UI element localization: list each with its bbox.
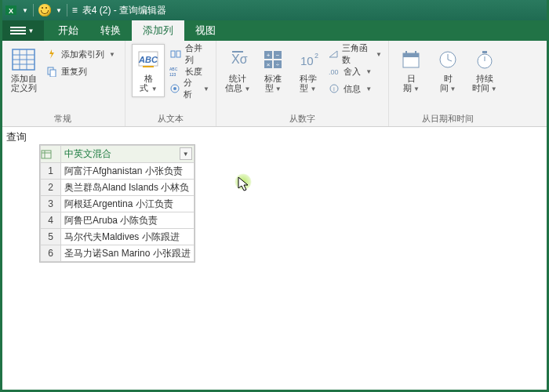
table-row[interactable]: 6圣马力诺San Marino 小张跟进 [41, 245, 195, 262]
calc-icon: +−×÷ [260, 47, 285, 72]
table-corner-icon[interactable] [41, 150, 60, 159]
tab-add-column[interactable]: 添加列 [132, 20, 184, 41]
svg-text:10: 10 [300, 54, 314, 67]
duplicate-icon [45, 65, 58, 78]
tab-view[interactable]: 视图 [184, 20, 227, 41]
feedback-dropdown-icon[interactable]: ▼ [56, 7, 62, 14]
group-label-general: 常规 [6, 112, 118, 125]
cell[interactable]: 阿根廷Argentina 小江负责 [61, 196, 195, 212]
cell[interactable]: 马尔代夫Maldives 小陈跟进 [61, 229, 195, 245]
svg-text:+: + [267, 52, 271, 59]
cell[interactable]: 奥兰群岛Aland Islands 小林负 [61, 180, 195, 196]
add-custom-column-button[interactable]: 添加自定义列 [6, 44, 41, 93]
feedback-icon[interactable] [38, 4, 51, 16]
row-number: 3 [41, 196, 61, 212]
table-row[interactable]: 4阿鲁巴Aruba 小陈负责 [41, 212, 195, 229]
chevron-down-icon: ▼ [150, 85, 158, 93]
row-number: 1 [41, 163, 61, 180]
tab-transform[interactable]: 转换 [89, 20, 132, 41]
duplicate-column-label: 重复列 [61, 66, 87, 78]
cursor-indicator [238, 176, 250, 192]
table-row[interactable]: 2奥兰群岛Aland Islands 小林负 [41, 180, 195, 196]
svg-rect-42 [42, 151, 51, 158]
table-row[interactable]: 3阿根廷Argentina 小江负责 [41, 196, 195, 212]
svg-text:−: − [276, 52, 280, 59]
row-number: 4 [41, 212, 61, 229]
add-index-column-label: 添加索引列 [61, 49, 104, 60]
standard-button[interactable]: +−×÷ 标准型▼ [258, 44, 289, 94]
exponent-icon: 102 [296, 47, 321, 72]
cell[interactable]: 阿富汗Afghanistan 小张负责 [61, 163, 195, 180]
scientific-button[interactable]: 102 科学型▼ [293, 44, 324, 94]
queries-panel-header[interactable]: 查询 [0, 127, 33, 147]
date-button[interactable]: 日期▼ [395, 44, 427, 94]
duplicate-column-button[interactable]: 重复列 [45, 63, 115, 80]
svg-text:÷: ÷ [276, 61, 280, 68]
info-icon: i [328, 82, 340, 95]
format-text-icon: ABC [136, 47, 161, 72]
svg-rect-9 [50, 70, 56, 77]
parse-label: 分析 [184, 77, 198, 100]
svg-text:ABC: ABC [169, 67, 178, 71]
add-custom-column-label2: 定义列 [11, 83, 37, 93]
tab-row: ▼ 开始 转换 添加列 视图 [0, 20, 549, 41]
svg-rect-35 [415, 51, 416, 55]
length-label: 长度 [185, 66, 202, 78]
title-separator: ≡ [72, 5, 78, 16]
add-index-column-button[interactable]: 添加索引列▼ [45, 45, 115, 63]
cell[interactable]: 阿鲁巴Aruba 小陈负责 [61, 212, 195, 229]
svg-rect-12 [171, 51, 175, 57]
svg-text:.00: .00 [329, 68, 339, 76]
format-button[interactable]: ABC 格式 ▼ [132, 44, 165, 97]
rounding-icon: .00 [328, 65, 340, 78]
add-custom-column-label1: 添加自 [11, 74, 37, 83]
chevron-down-icon: ▼ [28, 27, 35, 34]
parse-button[interactable]: 分析▼ [169, 80, 209, 97]
svg-text:Χσ: Χσ [231, 53, 248, 66]
column-header[interactable]: 中英文混合 ▼ [61, 146, 195, 163]
file-menu-button[interactable]: ▼ [0, 20, 44, 41]
svg-rect-40 [482, 51, 487, 53]
excel-icon: X [5, 4, 17, 16]
chevron-down-icon: ▼ [203, 85, 209, 93]
stopwatch-icon [472, 47, 497, 72]
menu-icon [10, 27, 26, 34]
statistics-button[interactable]: Χσ 统计信息▼ [223, 44, 253, 94]
table-icon [11, 47, 36, 72]
duration-button[interactable]: 持续时间▼ [468, 44, 500, 94]
svg-text:×: × [267, 61, 271, 68]
title-bar: X ▼ ▼ ≡ 表4 (2) - 查询编辑器 [0, 0, 549, 20]
merge-icon [169, 48, 181, 60]
svg-text:123: 123 [169, 72, 176, 77]
chevron-down-icon: ▼ [109, 51, 115, 58]
format-label1: 格 [144, 74, 153, 83]
column-header-label: 中英文混合 [64, 148, 111, 159]
data-table: 中英文混合 ▼ 1阿富汗Afghanistan 小张负责 2奥兰群岛Aland … [39, 144, 195, 263]
svg-point-17 [173, 87, 176, 90]
group-label-fromnumber: 从数字 [223, 112, 382, 125]
column-filter-button[interactable]: ▼ [180, 147, 192, 160]
time-button[interactable]: 时间▼ [432, 44, 464, 94]
trig-button[interactable]: 三角函数▼ [328, 45, 382, 63]
cell[interactable]: 圣马力诺San Marino 小张跟进 [61, 245, 195, 262]
sigma-icon: Χσ [225, 47, 250, 72]
svg-rect-34 [405, 51, 407, 55]
row-number: 6 [41, 245, 61, 262]
queries-panel-title: 查询 [6, 131, 27, 143]
table-row[interactable]: 5马尔代夫Maldives 小陈跟进 [41, 229, 195, 245]
svg-text:2: 2 [314, 52, 318, 60]
number-info-button[interactable]: i 信息▼ [328, 80, 382, 97]
table-row[interactable]: 1阿富汗Afghanistan 小张负责 [41, 163, 195, 180]
clock-icon [435, 47, 460, 72]
abc123-icon: ABC123 [169, 65, 182, 78]
merge-columns-button[interactable]: 合并列 [169, 45, 209, 63]
qa-dropdown-icon[interactable]: ▼ [22, 7, 28, 14]
triangle-icon [328, 48, 339, 60]
row-number: 2 [41, 180, 61, 196]
format-label2: 式 [140, 83, 148, 93]
lightning-icon [45, 48, 58, 60]
window-title: 表4 (2) - 查询编辑器 [82, 4, 166, 17]
tab-home[interactable]: 开始 [47, 20, 89, 41]
ribbon: 添加自定义列 添加索引列▼ 重复列 常规 ABC 格式 ▼ [0, 41, 549, 127]
rounding-button[interactable]: .00 舍入▼ [328, 63, 382, 80]
